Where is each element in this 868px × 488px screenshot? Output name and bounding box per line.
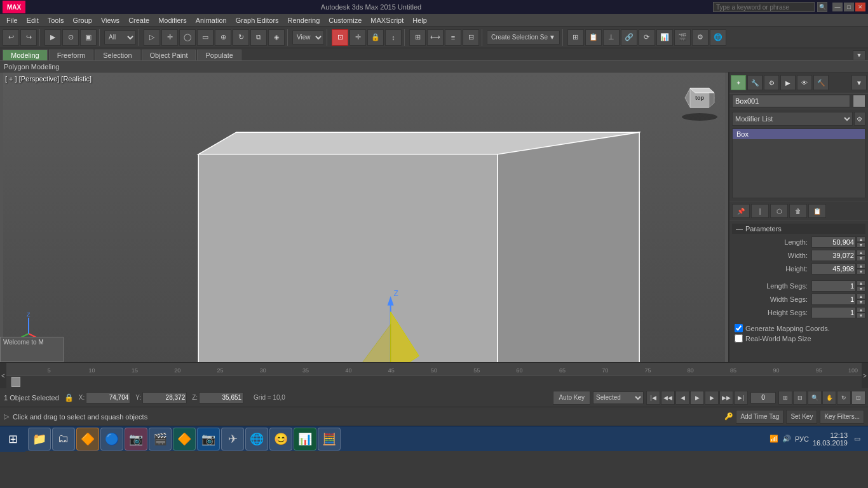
timeline-slider[interactable] — [11, 377, 20, 387]
y-coord-input[interactable] — [142, 392, 187, 403]
height-segs-increment-button[interactable]: ▲ — [857, 307, 865, 313]
bind-warp-button[interactable]: ⟳ — [639, 29, 655, 46]
tab-selection[interactable]: Selection — [95, 50, 140, 60]
modifier-item-box[interactable]: Box — [733, 129, 865, 139]
configure-modifier-button[interactable]: 📋 — [808, 204, 826, 218]
gen-mapping-checkbox[interactable] — [735, 324, 743, 332]
play-button[interactable]: ▶ — [690, 391, 704, 405]
x-coord-input[interactable] — [86, 392, 130, 403]
orbit-button[interactable]: ↻ — [837, 391, 851, 405]
timeline-nav-right[interactable]: > — [862, 363, 868, 388]
remove-modifier-button[interactable]: 🗑 — [789, 204, 807, 218]
panel-config-icon[interactable]: ▼ — [851, 75, 867, 90]
render-setup-button[interactable]: ⚙ — [692, 29, 709, 46]
parameters-header[interactable]: — Parameters — [732, 224, 865, 234]
go-to-end-button[interactable]: ▶| — [734, 391, 748, 405]
align-button[interactable]: ≡ — [445, 29, 461, 46]
width-segs-decrement-button[interactable]: ▼ — [857, 299, 865, 305]
make-unique-button[interactable]: ⬡ — [770, 204, 788, 218]
add-time-tag-button[interactable]: Add Time Tag — [736, 410, 783, 424]
object-color-button[interactable] — [853, 95, 865, 107]
next-frame-button[interactable]: ▶ — [705, 391, 719, 405]
real-world-label[interactable]: Real-World Map Size — [745, 335, 811, 342]
menu-views[interactable]: Views — [97, 16, 123, 25]
taskbar-item-explorer[interactable]: 📁 — [28, 428, 51, 451]
taskbar-item-chrome[interactable]: 🌐 — [245, 428, 268, 451]
link-button[interactable]: 🔗 — [621, 29, 637, 46]
mirror-button[interactable]: ⟷ — [427, 29, 444, 46]
named-select-button[interactable]: ⊞ — [409, 29, 426, 46]
start-button[interactable]: ⊞ — [0, 426, 25, 452]
modifier-settings-icon[interactable]: ⚙ — [854, 112, 865, 126]
key-mode-dropdown[interactable]: Selected — [593, 391, 644, 404]
width-input[interactable] — [811, 250, 856, 261]
ribbon-toggle-button[interactable]: ▼ — [853, 50, 865, 60]
environment-button[interactable]: 🌐 — [710, 29, 726, 46]
maximize-button[interactable]: □ — [844, 3, 854, 11]
tab-modeling[interactable]: Modeling — [3, 50, 48, 60]
select-move-button[interactable]: ✛ — [161, 29, 178, 46]
zoom-all-button[interactable]: ⊟ — [793, 391, 807, 405]
go-to-start-button[interactable]: |◀ — [646, 391, 660, 405]
next-key-button[interactable]: ▶▶ — [719, 391, 733, 405]
zoom-region-button[interactable]: 🔍 — [808, 391, 822, 405]
selection-filter-dropdown[interactable]: All — [104, 30, 136, 44]
real-world-checkbox[interactable] — [735, 334, 743, 342]
taskbar-item-photoshop[interactable]: 📷 — [197, 428, 220, 451]
timeline-track[interactable] — [6, 376, 862, 388]
menu-modifiers[interactable]: Modifiers — [154, 16, 191, 25]
height-segs-input[interactable] — [811, 307, 856, 318]
taskbar-item-app4[interactable]: 🔵 — [100, 428, 123, 451]
menu-edit[interactable]: Edit — [23, 16, 43, 25]
menu-graph-editors[interactable]: Graph Editors — [232, 16, 283, 25]
redo-button[interactable]: ↪ — [20, 29, 37, 46]
object-name-input[interactable] — [732, 95, 850, 107]
menu-animation[interactable]: Animation — [192, 16, 231, 25]
hierarchy-panel-icon[interactable]: ⚙ — [764, 75, 779, 90]
maximize-viewport-button[interactable]: ⊡ — [851, 391, 865, 405]
length-input[interactable] — [811, 236, 856, 248]
prev-key-button[interactable]: ◀◀ — [661, 391, 675, 405]
utilities-panel-icon[interactable]: 🔨 — [813, 75, 829, 90]
pin-stack-button[interactable]: 📌 — [732, 204, 750, 218]
height-increment-button[interactable]: ▲ — [857, 263, 865, 269]
taskbar-item-app7[interactable]: 🔶 — [173, 428, 196, 451]
taskbar-item-calc[interactable]: 🧮 — [318, 428, 341, 451]
length-decrement-button[interactable]: ▼ — [857, 242, 865, 248]
modify-panel-icon[interactable]: 🔧 — [747, 75, 763, 90]
snap-toggle-button[interactable]: ⊡ — [332, 29, 348, 46]
timeline-nav-left[interactable]: < — [0, 363, 6, 388]
scene-explorer-button[interactable]: 📋 — [585, 29, 602, 46]
height-segs-decrement-button[interactable]: ▼ — [857, 313, 865, 318]
menu-file[interactable]: File — [3, 16, 22, 25]
gen-mapping-label[interactable]: Generate Mapping Coords. — [745, 325, 830, 332]
key-filters-button[interactable]: Key Filters... — [820, 410, 864, 424]
display-panel-icon[interactable]: 👁 — [797, 75, 812, 90]
menu-rendering[interactable]: Rendering — [284, 16, 324, 25]
menu-create[interactable]: Create — [125, 16, 153, 25]
tab-populate[interactable]: Populate — [197, 50, 241, 60]
timeline-bar[interactable]: 5 10 15 20 25 30 35 40 45 50 55 60 65 70… — [6, 363, 862, 388]
menu-group[interactable]: Group — [69, 16, 96, 25]
tab-object-paint[interactable]: Object Paint — [142, 50, 196, 60]
auto-key-button[interactable]: Auto Key — [553, 391, 590, 405]
undo-button[interactable]: ↩ — [3, 29, 19, 46]
select-object-button[interactable]: ▷ — [144, 29, 160, 46]
angle-snap-button[interactable]: ✛ — [349, 29, 366, 46]
width-increment-button[interactable]: ▲ — [857, 250, 865, 255]
menu-maxscript[interactable]: MAXScript — [367, 16, 407, 25]
create-selection-set-dropdown[interactable]: Create Selection Se ▼ — [487, 30, 560, 44]
layers-button[interactable]: ⊞ — [567, 29, 584, 46]
parent-button[interactable]: ⊥ — [603, 29, 620, 46]
length-segs-increment-button[interactable]: ▲ — [857, 280, 865, 286]
taskbar-item-files[interactable]: 🗂 — [52, 428, 75, 451]
search-input[interactable] — [713, 2, 815, 12]
prev-frame-button[interactable]: ◀ — [675, 391, 689, 405]
motion-panel-icon[interactable]: ▶ — [780, 75, 796, 90]
select-filter-button[interactable]: ▣ — [80, 29, 97, 46]
viewport[interactable]: [ + ] [Perspective] [Realistic] — [0, 72, 728, 362]
z-coord-input[interactable] — [199, 392, 243, 403]
spinner-snap-button[interactable]: ↕ — [385, 29, 402, 46]
menu-tools[interactable]: Tools — [44, 16, 68, 25]
tab-freeform[interactable]: Freeform — [49, 50, 94, 60]
